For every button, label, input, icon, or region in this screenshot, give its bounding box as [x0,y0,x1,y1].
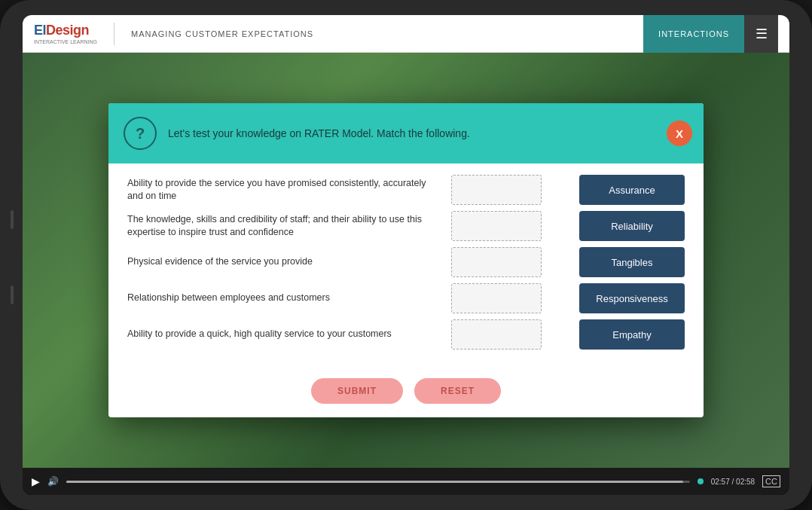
modal-instruction: Let's test your knowledge on RATER Model… [168,127,688,139]
logo-design: Design [46,23,89,38]
interactions-button[interactable]: INTERACTIONS [643,15,744,53]
logo-ei: EI [34,23,46,38]
answer-button-tangibles[interactable]: Tangibles [579,247,685,277]
reset-button[interactable]: RESET [414,378,501,404]
question-icon-circle: ? [124,117,157,150]
modal-header: ? Let's test your knowledge on RATER Mod… [108,103,704,163]
match-row: Relationship between employees and custo… [127,283,685,313]
logo: EIDesign INTERACTIVE LEARNING [34,23,97,44]
video-controls: ▶ 🔊 02:57 / 02:58 CC [23,468,789,495]
close-button[interactable]: X [667,121,692,146]
menu-button[interactable]: ☰ [744,15,778,53]
match-dropzone-1[interactable] [451,175,542,205]
tablet-frame: EIDesign INTERACTIVE LEARNING MANAGING C… [0,0,812,510]
match-dropzone-4[interactable] [451,283,542,313]
match-description-3: Physical evidence of the service you pro… [127,255,440,269]
progress-bar[interactable] [66,481,690,483]
logo-subtitle: INTERACTIVE LEARNING [34,39,97,44]
submit-button[interactable]: SUBMIT [311,378,403,404]
match-description-5: Ability to provide a quick, high quality… [127,328,440,341]
logo-area: EIDesign INTERACTIVE LEARNING MANAGING C… [34,23,313,45]
match-row: Physical evidence of the service you pro… [127,247,685,277]
time-dot [698,478,704,484]
modal-overlay: ? Let's test your knowledge on RATER Mod… [23,53,789,468]
match-description-1: Ability to provide the service you have … [127,177,440,203]
question-mark: ? [136,125,145,142]
cc-button[interactable]: CC [762,475,780,487]
modal-body: Ability to provide the service you have … [108,163,704,371]
progress-bar-fill [66,481,683,483]
header-bar: EIDesign INTERACTIVE LEARNING MANAGING C… [23,15,789,53]
modal-footer: SUBMIT RESET [108,371,704,417]
answer-button-assurance[interactable]: Assurance [579,175,685,205]
match-dropzone-5[interactable] [451,319,542,350]
volume-button[interactable]: 🔊 [47,476,59,487]
video-area: ? Let's test your knowledge on RATER Mod… [23,53,789,468]
header-right: INTERACTIONS ☰ [643,15,778,53]
match-dropzone-2[interactable] [451,211,542,241]
match-row: Ability to provide a quick, high quality… [127,319,685,350]
time-display: 02:57 / 02:58 [711,478,755,486]
header-divider [114,23,114,45]
modal-dialog: ? Let's test your knowledge on RATER Mod… [108,103,704,417]
match-row: Ability to provide the service you have … [127,175,685,205]
course-title: MANAGING CUSTOMER EXPECTATIONS [131,29,313,38]
answer-button-responsiveness[interactable]: Responsiveness [579,283,685,313]
play-button[interactable]: ▶ [32,475,40,487]
match-description-4: Relationship between employees and custo… [127,292,440,305]
match-dropzone-3[interactable] [451,247,542,277]
match-row: The knowledge, skills and credibility of… [127,211,685,241]
answer-button-reliability[interactable]: Reliability [579,211,685,241]
tablet-screen: EIDesign INTERACTIVE LEARNING MANAGING C… [23,15,789,495]
match-description-2: The knowledge, skills and credibility of… [127,213,440,240]
answer-button-empathy[interactable]: Empathy [579,319,685,350]
